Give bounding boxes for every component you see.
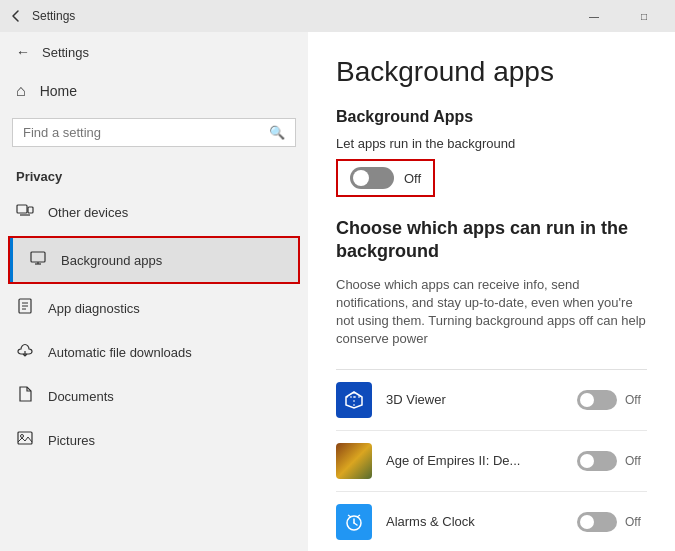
auto-downloads-icon	[16, 341, 34, 363]
3dviewer-toggle-label: Off	[625, 393, 647, 407]
background-apps-label: Background apps	[61, 253, 162, 268]
choose-section-title: Choose which apps can run in the backgro…	[336, 217, 647, 264]
choose-section-desc: Choose which apps can receive info, send…	[336, 276, 647, 349]
3dviewer-toggle-knob	[580, 393, 594, 407]
sidebar-item-documents[interactable]: Documents	[0, 374, 308, 418]
aoe-toggle-area: Off	[577, 451, 647, 471]
background-apps-highlight: Background apps	[8, 236, 300, 284]
3dviewer-icon	[336, 382, 372, 418]
background-apps-icon	[29, 249, 47, 271]
home-label: Home	[40, 83, 77, 99]
alarms-toggle[interactable]	[577, 512, 617, 532]
svg-rect-1	[28, 207, 33, 213]
window-controls: — □	[571, 0, 667, 32]
alarms-toggle-knob	[580, 515, 594, 529]
3dviewer-toggle[interactable]	[577, 390, 617, 410]
sidebar: ← Settings ⌂ Home 🔍 Privacy Other device…	[0, 32, 308, 551]
svg-line-20	[357, 515, 360, 517]
3dviewer-toggle-area: Off	[577, 390, 647, 410]
app-alarms-name: Alarms & Clock	[386, 514, 577, 529]
aoe-toggle[interactable]	[577, 451, 617, 471]
app-aoe-name: Age of Empires II: De...	[386, 453, 577, 468]
sidebar-item-other-devices[interactable]: Other devices	[0, 190, 308, 234]
alarms-toggle-label: Off	[625, 515, 647, 529]
minimize-button[interactable]: —	[571, 0, 617, 32]
app-item-alarms: Alarms & Clock Off	[336, 492, 647, 551]
sidebar-item-background-apps[interactable]: Background apps	[10, 238, 298, 282]
app-diagnostics-label: App diagnostics	[48, 301, 140, 316]
titlebar: Settings — □	[0, 0, 675, 32]
toggle-state-label: Off	[404, 171, 421, 186]
back-icon: ←	[16, 44, 30, 60]
sidebar-back-button[interactable]: ← Settings	[0, 32, 308, 72]
documents-label: Documents	[48, 389, 114, 404]
back-arrow-icon[interactable]	[8, 8, 24, 24]
svg-rect-11	[18, 432, 32, 444]
toggle-description: Let apps run in the background	[336, 136, 647, 151]
maximize-button[interactable]: □	[621, 0, 667, 32]
app-item-aoe: Age of Empires II: De... Off	[336, 431, 647, 492]
search-box[interactable]: 🔍	[12, 118, 296, 147]
main-toggle-highlight: Off	[336, 159, 435, 197]
other-devices-icon	[16, 201, 34, 223]
auto-downloads-label: Automatic file downloads	[48, 345, 192, 360]
pictures-label: Pictures	[48, 433, 95, 448]
aoe-toggle-knob	[580, 454, 594, 468]
sidebar-item-app-diagnostics[interactable]: App diagnostics	[0, 286, 308, 330]
search-icon: 🔍	[269, 125, 285, 140]
svg-line-18	[354, 523, 357, 525]
back-label: Settings	[42, 45, 89, 60]
background-apps-section-title: Background Apps	[336, 108, 647, 126]
window-title: Settings	[32, 9, 571, 23]
toggle-knob	[353, 170, 369, 186]
app-list: 3D Viewer Off Age of Empires II: De... O…	[336, 369, 647, 551]
sidebar-item-pictures[interactable]: Pictures	[0, 418, 308, 462]
svg-line-19	[348, 515, 351, 517]
content-area: Background apps Background Apps Let apps…	[308, 32, 675, 551]
alarms-toggle-area: Off	[577, 512, 647, 532]
pictures-icon	[16, 429, 34, 451]
home-icon: ⌂	[16, 82, 26, 100]
sidebar-home-item[interactable]: ⌂ Home	[0, 72, 308, 110]
svg-rect-0	[17, 205, 27, 213]
app-container: ← Settings ⌂ Home 🔍 Privacy Other device…	[0, 32, 675, 551]
privacy-section-label: Privacy	[0, 155, 308, 190]
svg-point-12	[21, 435, 24, 438]
aoe-toggle-label: Off	[625, 454, 647, 468]
page-title: Background apps	[336, 56, 647, 88]
sidebar-item-auto-downloads[interactable]: Automatic file downloads	[0, 330, 308, 374]
documents-icon	[16, 385, 34, 407]
app-3dviewer-name: 3D Viewer	[386, 392, 577, 407]
alarms-icon	[336, 504, 372, 540]
search-input[interactable]	[23, 125, 269, 140]
background-apps-toggle[interactable]	[350, 167, 394, 189]
aoe-icon	[336, 443, 372, 479]
svg-rect-3	[31, 252, 45, 262]
app-item-3dviewer: 3D Viewer Off	[336, 370, 647, 431]
other-devices-label: Other devices	[48, 205, 128, 220]
app-diagnostics-icon	[16, 297, 34, 319]
